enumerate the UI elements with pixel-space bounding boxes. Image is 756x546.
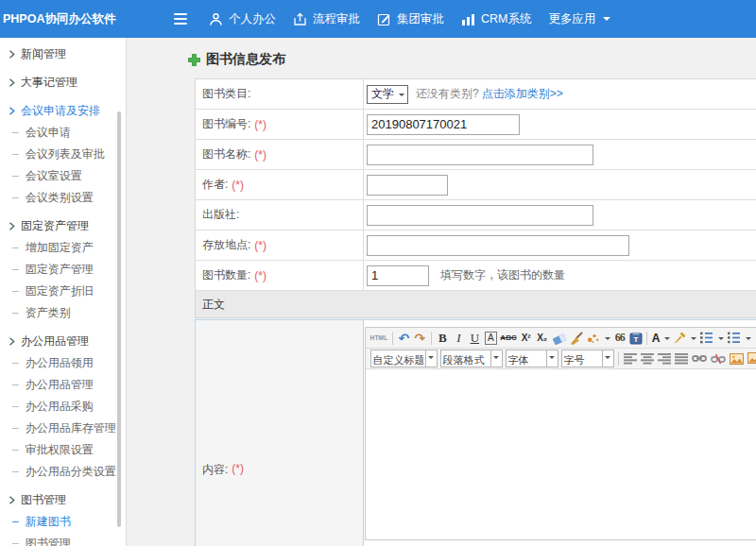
quantity-note: 填写数字，该图书的数量 (440, 267, 565, 283)
main-content: 图书信息发布 图书类目:文学还没有类别?点击添加类别>>图书编号:(*)图书名称… (128, 38, 756, 546)
sidebar-item-4[interactable]: –会议列表及审批 (0, 144, 126, 165)
sidebar-item-label: 新建图书 (26, 511, 71, 533)
sidebar-item-20[interactable]: –新建图书 (0, 511, 126, 533)
sidebar-menu: 新闻管理大事记管理会议申请及安排–会议申请–会议列表及审批–会议室设置–会议类别… (0, 43, 126, 546)
html-source-icon[interactable]: HTML (370, 330, 388, 347)
superscript-icon[interactable]: X² (520, 330, 533, 347)
quantity-input[interactable] (367, 265, 429, 286)
dash-icon: – (12, 237, 19, 259)
sidebar-item-15[interactable]: –办公用品采购 (0, 396, 126, 418)
menu-toggle-icon[interactable] (174, 13, 187, 25)
dash-icon: – (12, 259, 19, 281)
unordered-list-icon[interactable] (727, 330, 751, 347)
italic-icon[interactable]: I (452, 330, 465, 347)
dash-icon: – (12, 418, 19, 439)
sidebar-item-10[interactable]: –固定资产折旧 (0, 281, 126, 302)
align-right-icon[interactable] (658, 350, 671, 367)
nav-item-workflow-approval[interactable]: 流程审批 (293, 11, 360, 27)
dash-icon: – (12, 144, 19, 165)
toolbar-separator (392, 332, 393, 345)
sidebar-item-5[interactable]: –会议室设置 (0, 165, 126, 187)
dash-icon: – (12, 165, 19, 187)
sidebar-item-label: 办公用品管理 (26, 374, 94, 396)
editor-select-3[interactable]: 字号 (561, 350, 614, 367)
sidebar-item-19[interactable]: 图书管理 (0, 489, 126, 511)
format-brush-icon[interactable] (570, 330, 584, 347)
sidebar-item-3[interactable]: –会议申请 (0, 122, 126, 144)
top-nav: 个人办公流程审批集团审批CRM系统更多应用 (209, 0, 627, 38)
eraser-icon[interactable] (552, 330, 567, 347)
sidebar-item-21[interactable]: –图书管理 (0, 533, 126, 546)
book-number-input[interactable] (367, 114, 520, 135)
chevron-right-icon (9, 50, 15, 59)
sidebar-item-label: 固定资产折旧 (26, 281, 94, 302)
sidebar-scrollbar[interactable] (117, 111, 121, 527)
editor-select-2[interactable]: 字体 (506, 350, 558, 367)
ordered-list-icon[interactable] (699, 330, 724, 347)
author-input[interactable] (367, 175, 448, 196)
add-icon (188, 54, 200, 66)
sidebar-item-18[interactable]: –办公用品分类设置 (0, 461, 126, 483)
sidebar-item-17[interactable]: –审批权限设置 (0, 439, 126, 461)
align-justify-icon[interactable] (675, 350, 688, 367)
sidebar-item-1[interactable]: 大事记管理 (0, 72, 126, 94)
page-title-row: 图书信息发布 (188, 51, 285, 68)
highlight-icon[interactable] (673, 330, 696, 347)
insert-image-icon[interactable] (747, 350, 756, 367)
editor-toolbar-row1: HTML↶↷BIUAABCX²X₂66TA (366, 328, 756, 349)
font-box-icon[interactable]: A (484, 330, 497, 347)
nav-item-label: 集团审批 (397, 11, 444, 27)
required-mark: (*) (254, 239, 266, 252)
dash-icon: – (12, 374, 19, 396)
unlink-icon[interactable] (711, 350, 726, 367)
book-name-input[interactable] (367, 145, 593, 165)
strikethrough-icon[interactable]: ABC (500, 330, 516, 347)
sidebar-item-9[interactable]: –固定资产管理 (0, 259, 126, 281)
editor-content-area[interactable] (366, 369, 756, 539)
category-select[interactable]: 文学 (367, 85, 408, 104)
sidebar-item-2[interactable]: 会议申请及安排 (0, 100, 126, 122)
sidebar-item-0[interactable]: 新闻管理 (0, 43, 126, 65)
redo-icon[interactable]: ↷ (413, 330, 426, 347)
top-bar: PHPOA协同办公软件 个人办公流程审批集团审批CRM系统更多应用 (0, 0, 756, 38)
sidebar: 新闻管理大事记管理会议申请及安排–会议申请–会议列表及审批–会议室设置–会议类别… (0, 38, 127, 546)
caret-down-icon (490, 350, 502, 367)
link-icon[interactable] (692, 350, 707, 367)
sidebar-item-7[interactable]: 固定资产管理 (0, 215, 126, 237)
sidebar-item-14[interactable]: –办公用品管理 (0, 374, 126, 396)
spray-icon[interactable] (587, 330, 610, 347)
sidebar-item-label: 办公用品领用 (26, 352, 94, 374)
caret-down-icon (602, 350, 613, 367)
align-center-icon[interactable] (641, 350, 654, 367)
editor-select-0[interactable]: 自定义标题 (370, 350, 438, 367)
subscript-icon[interactable]: X₂ (536, 330, 549, 347)
sidebar-item-11[interactable]: –资产类别 (0, 302, 126, 324)
page-title: 图书信息发布 (206, 51, 285, 68)
editor-select-1[interactable]: 段落格式 (440, 350, 503, 367)
sidebar-item-label: 会议室设置 (26, 165, 82, 187)
paste-text-icon[interactable]: T (629, 330, 643, 347)
nav-item-more-apps[interactable]: 更多应用 (548, 11, 610, 27)
align-left-icon[interactable] (624, 350, 637, 367)
undo-icon[interactable]: ↶ (397, 330, 410, 347)
sidebar-item-6[interactable]: –会议类别设置 (0, 187, 126, 209)
sidebar-item-13[interactable]: –办公用品领用 (0, 352, 126, 374)
required-mark: (*) (254, 269, 266, 282)
sidebar-item-8[interactable]: –增加固定资产 (0, 237, 126, 259)
bar-chart-icon (461, 12, 475, 26)
quote-icon[interactable]: 66 (613, 330, 627, 347)
add-category-link[interactable]: 点击添加类别>> (482, 86, 563, 102)
nav-item-crm-system[interactable]: CRM系统 (461, 11, 531, 27)
field-label: 存放地点:(*) (196, 230, 364, 260)
image-icon[interactable] (730, 350, 744, 367)
bold-icon[interactable]: B (436, 330, 449, 347)
nav-item-group-approval[interactable]: 集团审批 (377, 11, 444, 27)
location-input[interactable] (367, 235, 629, 256)
underline-icon[interactable]: U (468, 330, 481, 347)
font-color-icon[interactable]: A (652, 330, 671, 347)
publisher-input[interactable] (367, 205, 593, 226)
sidebar-item-16[interactable]: –办公用品库存管理 (0, 418, 126, 439)
nav-item-personal-office[interactable]: 个人办公 (209, 11, 276, 27)
sidebar-item-12[interactable]: 办公用品管理 (0, 331, 126, 352)
dash-icon: – (12, 533, 19, 546)
